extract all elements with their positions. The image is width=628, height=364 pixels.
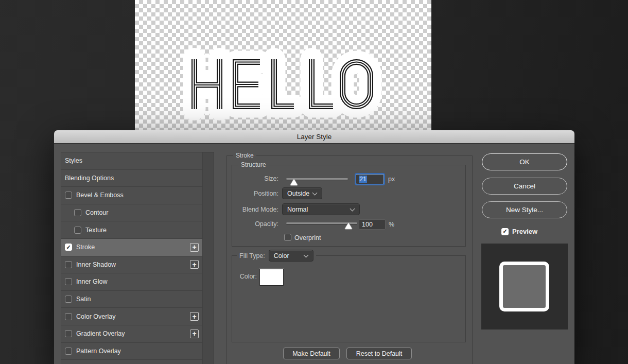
sidebar-item-blending-options[interactable]: Blending Options <box>61 170 202 187</box>
chevron-down-icon <box>312 191 317 196</box>
sidebar-item-label: Contour <box>85 209 108 216</box>
sidebar-item-styles[interactable]: Styles <box>61 152 202 170</box>
preview-stroke-square <box>499 262 549 311</box>
add-effect-icon: + <box>192 244 196 251</box>
document-canvas <box>135 0 431 130</box>
dialog-titlebar[interactable]: Layer Style <box>54 130 574 144</box>
sidebar-item-inner-glow[interactable]: Inner Glow <box>61 273 202 291</box>
make-default-label: Make Default <box>292 350 330 357</box>
styles-list: Styles Blending Options Bevel & Emboss C… <box>61 152 203 364</box>
stroke-group-label: Stroke <box>233 152 256 159</box>
gradient-overlay-checkbox[interactable] <box>65 330 72 337</box>
fill-type-group: Fill Type: Color Color: <box>232 255 466 342</box>
add-color-overlay-effect-button[interactable]: + <box>190 312 199 321</box>
dialog-title: Layer Style <box>297 133 332 141</box>
pattern-overlay-checkbox[interactable] <box>65 348 72 355</box>
add-effect-icon: + <box>192 261 196 268</box>
checkmark-icon: ✓ <box>502 229 507 234</box>
stroke-color-swatch[interactable] <box>259 269 284 286</box>
texture-checkbox[interactable] <box>74 227 81 234</box>
sidebar-item-texture[interactable]: Texture <box>61 221 202 239</box>
sidebar-item-inner-shadow[interactable]: Inner Shadow + <box>61 256 202 274</box>
size-unit: px <box>388 176 395 183</box>
new-style-button[interactable]: New Style... <box>482 201 567 218</box>
fill-type-value: Color <box>269 252 304 259</box>
new-style-label: New Style... <box>506 206 543 214</box>
opacity-input[interactable]: 100 <box>359 219 386 230</box>
ok-label: OK <box>519 158 530 166</box>
opacity-slider-thumb[interactable] <box>344 222 353 230</box>
structure-group: Structure Size: 21 px Position: Outside … <box>232 165 466 247</box>
hello-text-artwork <box>135 0 431 130</box>
style-preview-thumbnail <box>481 244 568 330</box>
cancel-button[interactable]: Cancel <box>482 178 567 195</box>
fill-type-legend: Fill Type: Color <box>237 250 316 262</box>
preview-label: Preview <box>512 228 537 235</box>
sidebar-item-label: Pattern Overlay <box>76 348 121 355</box>
inner-glow-checkbox[interactable] <box>65 278 72 285</box>
blend-mode-label: Blend Mode: <box>232 206 278 213</box>
reset-to-default-button[interactable]: Reset to Default <box>346 348 412 359</box>
opacity-unit: % <box>389 221 394 228</box>
size-value: 21 <box>359 176 367 183</box>
add-inner-shadow-effect-button[interactable]: + <box>190 260 199 269</box>
chevron-down-icon <box>304 253 308 258</box>
add-effect-icon: + <box>192 330 196 337</box>
overprint-checkbox[interactable] <box>284 234 291 241</box>
opacity-label: Opacity: <box>232 220 278 228</box>
bevel-emboss-checkbox[interactable] <box>65 192 72 199</box>
preview-toggle: ✓ Preview <box>501 228 537 235</box>
opacity-value: 100 <box>362 221 373 228</box>
reset-to-default-label: Reset to Default <box>356 350 403 357</box>
layer-style-dialog: Layer Style Styles Blending Options Beve… <box>54 130 574 364</box>
sidebar-item-label: Stroke <box>76 244 95 251</box>
blend-mode-dropdown[interactable]: Normal <box>282 203 360 215</box>
preview-checkbox[interactable]: ✓ <box>501 228 509 235</box>
position-dropdown[interactable]: Outside <box>282 187 322 199</box>
add-effect-icon: + <box>192 313 196 320</box>
blend-mode-value: Normal <box>283 206 350 213</box>
add-gradient-overlay-effect-button[interactable]: + <box>190 330 199 338</box>
photoshop-screen: Layer Style Styles Blending Options Beve… <box>0 0 628 364</box>
satin-checkbox[interactable] <box>65 296 72 303</box>
stroke-checkbox[interactable]: ✓ <box>65 244 72 251</box>
sidebar-item-label: Inner Glow <box>76 278 107 285</box>
overprint-label: Overprint <box>294 234 321 241</box>
styles-sidebar: Styles Blending Options Bevel & Emboss C… <box>61 152 214 364</box>
contour-checkbox[interactable] <box>74 209 81 216</box>
sidebar-item-label: Texture <box>85 227 107 234</box>
sidebar-item-stroke[interactable]: ✓ Stroke + <box>61 239 202 256</box>
size-slider-thumb[interactable] <box>290 178 298 186</box>
make-default-button[interactable]: Make Default <box>283 348 340 359</box>
sidebar-item-contour[interactable]: Contour <box>61 204 202 222</box>
cancel-label: Cancel <box>514 182 535 190</box>
add-stroke-effect-button[interactable]: + <box>190 243 199 252</box>
sidebar-item-bevel-emboss[interactable]: Bevel & Emboss <box>61 187 202 204</box>
color-overlay-checkbox[interactable] <box>65 313 72 320</box>
sidebar-item-label: Inner Shadow <box>76 261 116 268</box>
fill-type-dropdown[interactable]: Color <box>269 250 313 262</box>
fill-type-label: Fill Type: <box>239 252 265 259</box>
sidebar-item-satin[interactable]: Satin <box>61 291 202 308</box>
inner-shadow-checkbox[interactable] <box>65 261 72 268</box>
sidebar-item-label: Gradient Overlay <box>76 330 125 337</box>
checkmark-icon: ✓ <box>66 245 71 250</box>
sidebar-item-label: Color Overlay <box>76 313 115 320</box>
color-label: Color: <box>232 273 257 280</box>
sidebar-item-pattern-overlay[interactable]: Pattern Overlay <box>61 343 202 360</box>
position-label: Position: <box>232 190 278 197</box>
ok-button[interactable]: OK <box>482 153 567 170</box>
sidebar-item-gradient-overlay[interactable]: Gradient Overlay + <box>61 325 202 343</box>
sidebar-item-label: Blending Options <box>65 175 114 182</box>
sidebar-item-color-overlay[interactable]: Color Overlay + <box>61 308 202 325</box>
structure-group-label: Structure <box>238 161 269 168</box>
chevron-down-icon <box>350 207 355 212</box>
size-label: Size: <box>232 175 278 182</box>
sidebar-item-label: Styles <box>65 157 82 164</box>
sidebar-item-label: Bevel & Emboss <box>76 192 124 199</box>
sidebar-item-partial[interactable] <box>61 360 202 364</box>
sidebar-scroll-gutter[interactable] <box>203 152 214 364</box>
position-value: Outside <box>283 190 312 197</box>
size-input[interactable]: 21 <box>356 174 384 184</box>
sidebar-item-label: Satin <box>76 296 91 303</box>
